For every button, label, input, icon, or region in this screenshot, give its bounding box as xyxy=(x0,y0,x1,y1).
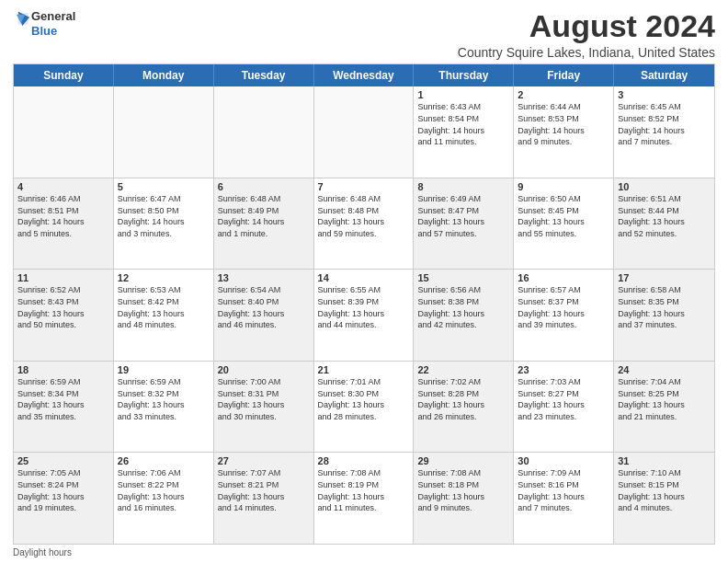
day-info: Sunrise: 6:55 AM Sunset: 8:39 PM Dayligh… xyxy=(318,284,410,330)
cal-cell-14: 14Sunrise: 6:55 AM Sunset: 8:39 PM Dayli… xyxy=(314,270,415,361)
cal-cell-empty-1 xyxy=(114,86,214,178)
cal-cell-7: 7Sunrise: 6:48 AM Sunset: 8:48 PM Daylig… xyxy=(314,178,415,270)
cal-cell-24: 24Sunrise: 7:04 AM Sunset: 8:25 PM Dayli… xyxy=(614,362,714,453)
cal-cell-13: 13Sunrise: 6:54 AM Sunset: 8:40 PM Dayli… xyxy=(214,270,314,361)
day-number: 4 xyxy=(17,181,109,192)
day-info: Sunrise: 6:54 AM Sunset: 8:40 PM Dayligh… xyxy=(218,284,310,330)
day-info: Sunrise: 6:45 AM Sunset: 8:52 PM Dayligh… xyxy=(618,101,711,147)
day-info: Sunrise: 7:03 AM Sunset: 8:27 PM Dayligh… xyxy=(518,376,609,422)
day-number: 13 xyxy=(218,272,310,283)
cal-cell-21: 21Sunrise: 7:01 AM Sunset: 8:30 PM Dayli… xyxy=(314,362,415,453)
logo: General Blue xyxy=(13,9,75,38)
day-number: 21 xyxy=(318,364,410,375)
subtitle: Country Squire Lakes, Indiana, United St… xyxy=(458,45,715,60)
footer-note: Daylight hours xyxy=(13,545,715,557)
day-info: Sunrise: 6:43 AM Sunset: 8:54 PM Dayligh… xyxy=(417,101,509,147)
calendar: SundayMondayTuesdayWednesdayThursdayFrid… xyxy=(13,63,715,545)
day-info: Sunrise: 7:10 AM Sunset: 8:15 PM Dayligh… xyxy=(618,467,711,513)
cal-cell-18: 18Sunrise: 6:59 AM Sunset: 8:34 PM Dayli… xyxy=(14,362,114,453)
cal-cell-29: 29Sunrise: 7:08 AM Sunset: 8:18 PM Dayli… xyxy=(414,453,514,544)
cal-week-1: 1Sunrise: 6:43 AM Sunset: 8:54 PM Daylig… xyxy=(14,86,714,178)
day-number: 30 xyxy=(518,455,609,466)
day-number: 11 xyxy=(17,272,109,283)
day-number: 23 xyxy=(518,364,609,375)
day-number: 31 xyxy=(618,455,711,466)
weekday-header-monday: Monday xyxy=(114,64,214,86)
day-number: 10 xyxy=(618,181,711,192)
day-number: 3 xyxy=(618,89,711,100)
day-info: Sunrise: 7:07 AM Sunset: 8:21 PM Dayligh… xyxy=(218,467,310,513)
calendar-header: SundayMondayTuesdayWednesdayThursdayFrid… xyxy=(14,64,714,86)
logo-blue-text: Blue xyxy=(31,24,75,39)
weekday-header-saturday: Saturday xyxy=(614,64,714,86)
day-info: Sunrise: 6:56 AM Sunset: 8:38 PM Dayligh… xyxy=(417,284,509,330)
day-info: Sunrise: 6:51 AM Sunset: 8:44 PM Dayligh… xyxy=(618,193,711,239)
day-info: Sunrise: 7:02 AM Sunset: 8:28 PM Dayligh… xyxy=(417,376,509,422)
day-info: Sunrise: 7:08 AM Sunset: 8:18 PM Dayligh… xyxy=(417,467,509,513)
day-info: Sunrise: 7:09 AM Sunset: 8:16 PM Dayligh… xyxy=(518,467,609,513)
cal-week-5: 25Sunrise: 7:05 AM Sunset: 8:24 PM Dayli… xyxy=(14,453,714,544)
day-info: Sunrise: 6:47 AM Sunset: 8:50 PM Dayligh… xyxy=(118,193,210,239)
day-number: 24 xyxy=(618,364,711,375)
day-number: 26 xyxy=(118,455,210,466)
day-number: 16 xyxy=(518,272,609,283)
logo-icon xyxy=(15,10,31,30)
day-info: Sunrise: 6:49 AM Sunset: 8:47 PM Dayligh… xyxy=(417,193,509,239)
day-number: 7 xyxy=(318,181,410,192)
cal-cell-8: 8Sunrise: 6:49 AM Sunset: 8:47 PM Daylig… xyxy=(414,178,514,270)
day-info: Sunrise: 6:44 AM Sunset: 8:53 PM Dayligh… xyxy=(518,101,609,147)
cal-week-4: 18Sunrise: 6:59 AM Sunset: 8:34 PM Dayli… xyxy=(14,362,714,454)
day-number: 22 xyxy=(417,364,509,375)
header: General Blue August 2024 Country Squire … xyxy=(13,9,715,60)
day-number: 17 xyxy=(618,272,711,283)
cal-cell-empty-0 xyxy=(14,86,114,178)
page: General Blue August 2024 Country Squire … xyxy=(0,0,728,563)
cal-cell-empty-3 xyxy=(314,86,415,178)
cal-cell-19: 19Sunrise: 6:59 AM Sunset: 8:32 PM Dayli… xyxy=(114,362,214,453)
cal-cell-17: 17Sunrise: 6:58 AM Sunset: 8:35 PM Dayli… xyxy=(614,270,714,361)
cal-cell-6: 6Sunrise: 6:48 AM Sunset: 8:49 PM Daylig… xyxy=(214,178,314,270)
cal-cell-4: 4Sunrise: 6:46 AM Sunset: 8:51 PM Daylig… xyxy=(14,178,114,270)
cal-cell-30: 30Sunrise: 7:09 AM Sunset: 8:16 PM Dayli… xyxy=(514,453,614,544)
cal-cell-16: 16Sunrise: 6:57 AM Sunset: 8:37 PM Dayli… xyxy=(514,270,614,361)
day-number: 28 xyxy=(318,455,410,466)
day-info: Sunrise: 7:04 AM Sunset: 8:25 PM Dayligh… xyxy=(618,376,711,422)
cal-cell-10: 10Sunrise: 6:51 AM Sunset: 8:44 PM Dayli… xyxy=(614,178,714,270)
day-info: Sunrise: 6:59 AM Sunset: 8:32 PM Dayligh… xyxy=(118,376,210,422)
cal-cell-25: 25Sunrise: 7:05 AM Sunset: 8:24 PM Dayli… xyxy=(14,453,114,544)
cal-cell-12: 12Sunrise: 6:53 AM Sunset: 8:42 PM Dayli… xyxy=(114,270,214,361)
cal-cell-23: 23Sunrise: 7:03 AM Sunset: 8:27 PM Dayli… xyxy=(514,362,614,453)
day-info: Sunrise: 7:06 AM Sunset: 8:22 PM Dayligh… xyxy=(118,467,210,513)
logo-general-text: General xyxy=(31,9,75,24)
title-area: August 2024 Country Squire Lakes, Indian… xyxy=(458,9,715,60)
day-number: 6 xyxy=(218,181,310,192)
cal-cell-20: 20Sunrise: 7:00 AM Sunset: 8:31 PM Dayli… xyxy=(214,362,314,453)
day-info: Sunrise: 7:05 AM Sunset: 8:24 PM Dayligh… xyxy=(17,467,109,513)
weekday-header-thursday: Thursday xyxy=(414,64,514,86)
weekday-header-sunday: Sunday xyxy=(14,64,114,86)
weekday-header-tuesday: Tuesday xyxy=(214,64,314,86)
calendar-body: 1Sunrise: 6:43 AM Sunset: 8:54 PM Daylig… xyxy=(14,86,714,544)
day-number: 12 xyxy=(118,272,210,283)
day-info: Sunrise: 6:53 AM Sunset: 8:42 PM Dayligh… xyxy=(118,284,210,330)
day-number: 29 xyxy=(417,455,509,466)
day-number: 1 xyxy=(417,89,509,100)
day-number: 2 xyxy=(518,89,609,100)
cal-cell-28: 28Sunrise: 7:08 AM Sunset: 8:19 PM Dayli… xyxy=(314,453,415,544)
day-number: 25 xyxy=(17,455,109,466)
cal-week-3: 11Sunrise: 6:52 AM Sunset: 8:43 PM Dayli… xyxy=(14,270,714,362)
cal-cell-31: 31Sunrise: 7:10 AM Sunset: 8:15 PM Dayli… xyxy=(614,453,714,544)
day-info: Sunrise: 6:57 AM Sunset: 8:37 PM Dayligh… xyxy=(518,284,609,330)
cal-cell-9: 9Sunrise: 6:50 AM Sunset: 8:45 PM Daylig… xyxy=(514,178,614,270)
day-number: 20 xyxy=(218,364,310,375)
day-info: Sunrise: 7:08 AM Sunset: 8:19 PM Dayligh… xyxy=(318,467,410,513)
cal-cell-2: 2Sunrise: 6:44 AM Sunset: 8:53 PM Daylig… xyxy=(514,86,614,178)
day-number: 18 xyxy=(17,364,109,375)
day-number: 19 xyxy=(118,364,210,375)
day-info: Sunrise: 6:50 AM Sunset: 8:45 PM Dayligh… xyxy=(518,193,609,239)
cal-cell-5: 5Sunrise: 6:47 AM Sunset: 8:50 PM Daylig… xyxy=(114,178,214,270)
day-number: 8 xyxy=(417,181,509,192)
cal-cell-3: 3Sunrise: 6:45 AM Sunset: 8:52 PM Daylig… xyxy=(614,86,714,178)
cal-cell-27: 27Sunrise: 7:07 AM Sunset: 8:21 PM Dayli… xyxy=(214,453,314,544)
cal-cell-empty-2 xyxy=(214,86,314,178)
